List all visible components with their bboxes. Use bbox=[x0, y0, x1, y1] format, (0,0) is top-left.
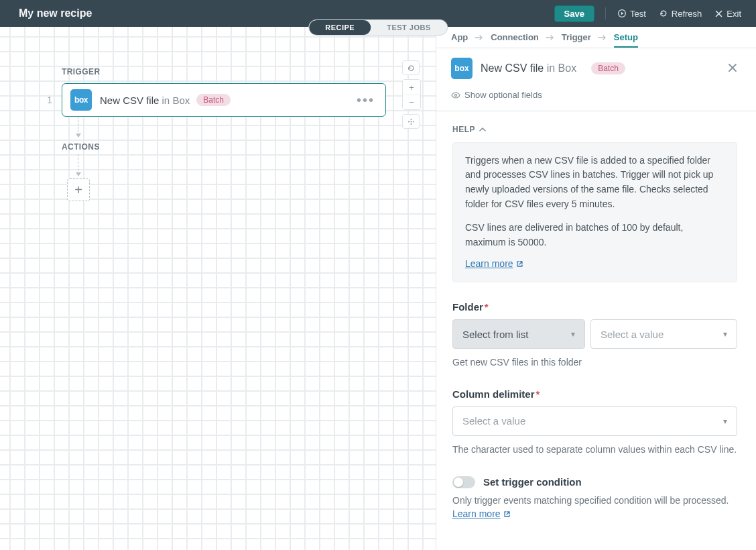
close-icon bbox=[715, 10, 722, 17]
undo-button[interactable] bbox=[402, 60, 420, 75]
chevron-up-icon bbox=[479, 127, 486, 132]
canvas[interactable]: TRIGGER 1 box New CSV file in Box Batch … bbox=[0, 27, 436, 550]
trigger-condition-label: Set trigger condition bbox=[483, 476, 582, 488]
external-link-icon bbox=[503, 510, 511, 518]
delimiter-field: Column delimiter* Select a value ▾ The c… bbox=[452, 388, 737, 456]
undo-icon bbox=[407, 64, 416, 72]
condition-learn-more-link[interactable]: Learn more bbox=[452, 507, 511, 520]
batch-badge: Batch bbox=[591, 62, 625, 74]
crumb-setup[interactable]: Setup bbox=[614, 32, 638, 42]
folder-mode-select[interactable]: Select from list ▾ bbox=[452, 319, 585, 349]
trigger-condition-hint: Only trigger events matching specified c… bbox=[452, 494, 737, 521]
chevron-right-icon bbox=[546, 34, 555, 41]
crumb-trigger[interactable]: Trigger bbox=[562, 32, 591, 42]
tab-test-jobs[interactable]: TEST JOBS bbox=[371, 20, 447, 35]
trigger-condition-toggle[interactable] bbox=[452, 476, 475, 488]
required-marker: * bbox=[536, 388, 540, 400]
step-number: 1 bbox=[40, 95, 52, 105]
step-menu-button[interactable]: ••• bbox=[354, 93, 377, 108]
save-button[interactable]: Save bbox=[554, 5, 594, 22]
delimiter-hint: The character used to separate column va… bbox=[452, 443, 737, 456]
folder-hint: Get new CSV files in this folder bbox=[452, 355, 737, 369]
trigger-step-row: 1 box New CSV file in Box Batch ••• bbox=[40, 83, 386, 117]
flow: TRIGGER 1 box New CSV file in Box Batch … bbox=[40, 67, 386, 201]
help-toggle[interactable]: HELP bbox=[452, 125, 737, 134]
delimiter-value-select[interactable]: Select a value ▾ bbox=[452, 406, 737, 436]
connector-1 bbox=[78, 117, 78, 135]
refresh-button[interactable]: Refresh bbox=[658, 7, 704, 20]
zoom-group: + − bbox=[402, 79, 421, 110]
folder-label: Folder* bbox=[452, 301, 737, 313]
caret-down-icon: ▾ bbox=[571, 329, 575, 339]
refresh-icon bbox=[659, 9, 668, 17]
batch-badge: Batch bbox=[196, 94, 231, 106]
exit-button[interactable]: Exit bbox=[714, 7, 743, 20]
header-actions: Save Test Refresh Exit bbox=[554, 5, 743, 22]
eye-icon bbox=[451, 91, 460, 99]
box-app-icon: box bbox=[451, 58, 472, 79]
svg-point-4 bbox=[410, 119, 412, 120]
tab-recipe[interactable]: RECIPE bbox=[309, 20, 371, 35]
play-icon bbox=[618, 9, 626, 17]
zoom-in-button[interactable]: + bbox=[403, 80, 420, 95]
help-learn-more-link[interactable]: Learn more bbox=[465, 257, 523, 272]
test-button[interactable]: Test bbox=[617, 7, 647, 20]
panel-title: New CSV file in Box bbox=[481, 62, 576, 74]
config-panel: App Connection Trigger Setup box New CSV… bbox=[436, 27, 756, 550]
crumb-connection[interactable]: Connection bbox=[491, 32, 539, 42]
box-app-icon: box bbox=[70, 89, 92, 111]
folder-value-select[interactable]: Select a value ▾ bbox=[590, 319, 737, 349]
crumb-app[interactable]: App bbox=[451, 32, 468, 42]
connector-2 bbox=[78, 154, 78, 174]
svg-point-7 bbox=[454, 94, 456, 96]
help-paragraph-1: Triggers when a new CSV file is added to… bbox=[465, 154, 724, 212]
svg-point-6 bbox=[410, 121, 412, 122]
fit-icon bbox=[407, 117, 416, 126]
caret-down-icon: ▾ bbox=[723, 417, 727, 426]
breadcrumb: App Connection Trigger Setup bbox=[436, 27, 756, 48]
delimiter-label: Column delimiter* bbox=[452, 388, 737, 400]
panel-scroll[interactable]: HELP Triggers when a new CSV file is add… bbox=[436, 111, 756, 551]
chevron-right-icon bbox=[598, 34, 607, 41]
add-step-button[interactable]: + bbox=[67, 178, 90, 201]
svg-point-3 bbox=[413, 121, 414, 122]
recipe-title: My new recipe bbox=[19, 7, 92, 19]
fit-button[interactable] bbox=[402, 114, 420, 129]
close-panel-button[interactable] bbox=[724, 62, 741, 75]
close-icon bbox=[728, 63, 737, 72]
svg-marker-1 bbox=[621, 12, 624, 15]
actions-section-label: ACTIONS bbox=[62, 142, 386, 152]
canvas-controls: + − bbox=[402, 60, 421, 129]
view-tabs: RECIPE TEST JOBS bbox=[308, 19, 448, 36]
zoom-out-button[interactable]: − bbox=[403, 95, 420, 109]
required-marker: * bbox=[485, 301, 489, 313]
step-title: New CSV file in Box bbox=[100, 95, 190, 106]
trigger-step-card[interactable]: box New CSV file in Box Batch ••• bbox=[62, 83, 386, 117]
help-paragraph-2: CSV lines are delivered in batches of 10… bbox=[465, 221, 724, 250]
external-link-icon bbox=[516, 260, 523, 268]
folder-field: Folder* Select from list ▾ Select a valu… bbox=[452, 301, 737, 369]
trigger-condition-row: Set trigger condition bbox=[452, 476, 737, 488]
help-box: Triggers when a new CSV file is added to… bbox=[452, 142, 737, 283]
trigger-section-label: TRIGGER bbox=[62, 67, 386, 76]
chevron-right-icon bbox=[475, 34, 484, 41]
show-optional-fields-link[interactable]: Show optional fields bbox=[451, 90, 542, 100]
svg-point-2 bbox=[408, 121, 410, 122]
caret-down-icon: ▾ bbox=[723, 329, 727, 339]
optional-fields-row: Show optional fields bbox=[436, 79, 756, 111]
svg-point-5 bbox=[410, 123, 412, 125]
header-divider bbox=[605, 7, 606, 19]
panel-header: box New CSV file in Box Batch bbox=[436, 48, 756, 79]
